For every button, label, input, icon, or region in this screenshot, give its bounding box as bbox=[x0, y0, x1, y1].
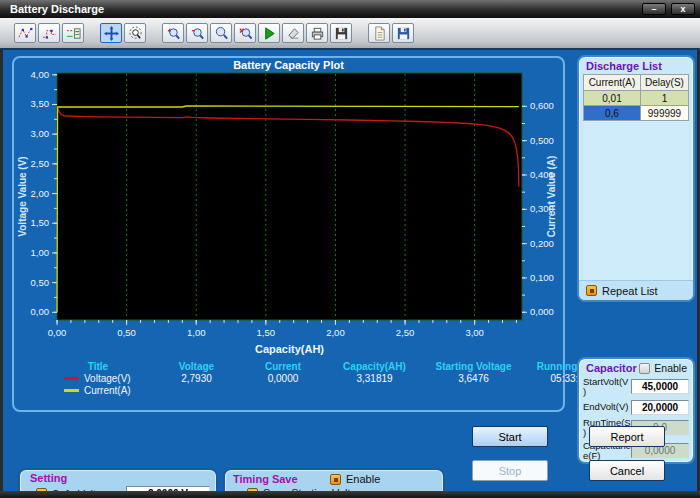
svg-text:2,50: 2,50 bbox=[31, 158, 50, 169]
svg-text:2,00: 2,00 bbox=[31, 188, 50, 199]
zoom-reset-icon[interactable] bbox=[234, 23, 256, 43]
svg-text:3,00: 3,00 bbox=[31, 128, 50, 139]
svg-text:2,00: 2,00 bbox=[326, 327, 345, 338]
voltage-swatch-icon bbox=[64, 377, 79, 380]
svg-text:3,00: 3,00 bbox=[465, 327, 484, 338]
capacitor-enable-checkbox[interactable] bbox=[639, 363, 650, 374]
battery-capacity-plot-panel: Battery Capacity Plot 0,000,501,001,502,… bbox=[12, 56, 565, 412]
minimize-button[interactable]: – bbox=[642, 3, 666, 15]
report-file-icon[interactable] bbox=[368, 23, 390, 43]
repeat-list-checkbox[interactable] bbox=[586, 285, 597, 296]
zoom-in-icon[interactable] bbox=[162, 23, 184, 43]
setting-title: Setting bbox=[26, 471, 210, 484]
endvolt-field[interactable] bbox=[631, 400, 689, 415]
table-row[interactable]: 0,6 999999 bbox=[584, 106, 689, 121]
save-icon[interactable] bbox=[330, 23, 352, 43]
svg-text:1,00: 1,00 bbox=[187, 327, 206, 338]
svg-text:0,600: 0,600 bbox=[530, 100, 554, 111]
close-button[interactable]: x bbox=[671, 3, 695, 15]
run-icon[interactable] bbox=[258, 23, 280, 43]
endvolt-label: EndVolt(V) bbox=[583, 402, 631, 412]
window-title: Battery Discharge bbox=[0, 3, 642, 15]
timing-enable-label: Enable bbox=[346, 473, 380, 485]
erase-icon[interactable] bbox=[282, 23, 304, 43]
start-button[interactable]: Start bbox=[472, 426, 548, 447]
svg-text:1,50: 1,50 bbox=[31, 217, 50, 228]
print-icon[interactable] bbox=[306, 23, 328, 43]
discharge-col-delay: Delay(S) bbox=[640, 75, 688, 91]
toolbar bbox=[0, 18, 700, 50]
chart-title: Battery Capacity Plot bbox=[14, 58, 563, 71]
legend-value-current: 0,0000 bbox=[239, 373, 327, 384]
legend-header-title: Title bbox=[42, 361, 154, 372]
legend-item-voltage: Voltage(V) bbox=[42, 373, 154, 384]
zoom-out-icon[interactable] bbox=[186, 23, 208, 43]
stop-button: Stop bbox=[472, 460, 548, 481]
report-button[interactable]: Report bbox=[589, 426, 665, 447]
discharge-table: Current(A) Delay(S) 0,01 1 0,6 999999 bbox=[583, 74, 689, 121]
legend-header-capacity: Capacity(AH) bbox=[327, 361, 422, 372]
legend-header-current: Current bbox=[239, 361, 327, 372]
startvolt-field[interactable] bbox=[631, 379, 689, 394]
pan-tool-icon[interactable] bbox=[100, 23, 122, 43]
svg-text:0,500: 0,500 bbox=[530, 135, 554, 146]
discharge-list-empty-area[interactable] bbox=[583, 121, 689, 280]
legend-value-capacity: 3,31819 bbox=[327, 373, 422, 384]
svg-text:2,50: 2,50 bbox=[396, 327, 415, 338]
legend-item-current: Current(A) bbox=[42, 385, 154, 396]
legend-value-voltage: 2,7930 bbox=[154, 373, 239, 384]
window-body: Battery Capacity Plot 0,000,501,001,502,… bbox=[3, 50, 697, 491]
chart-legend: Title Voltage Current Capacity(AH) Start… bbox=[42, 361, 557, 396]
svg-text:0,00: 0,00 bbox=[48, 327, 67, 338]
repeat-list-label: Repeat List bbox=[602, 285, 658, 297]
curve-points-icon[interactable] bbox=[14, 23, 36, 43]
legend-header-starting-voltage: Starting Voltage bbox=[422, 361, 525, 372]
curve-step-icon[interactable] bbox=[38, 23, 60, 43]
svg-text:Current Value (A): Current Value (A) bbox=[546, 156, 557, 238]
battery-capacity-chart[interactable]: 0,000,501,001,502,002,503,000,000,501,00… bbox=[14, 71, 567, 359]
startvolt-label: StartVolt(V) bbox=[583, 377, 631, 397]
capacitor-enable-label: Enable bbox=[654, 362, 687, 374]
discharge-list-panel: Discharge List Current(A) Delay(S) 0,01 … bbox=[577, 55, 695, 302]
legend-header-voltage: Voltage bbox=[154, 361, 239, 372]
discharge-list-title: Discharge List bbox=[579, 57, 693, 74]
battery-discharge-window: Battery Discharge – x Battery Capacity P… bbox=[0, 0, 700, 498]
svg-text:0,100: 0,100 bbox=[530, 272, 554, 283]
svg-text:Capacity(AH): Capacity(AH) bbox=[255, 343, 324, 355]
svg-text:Voltage Value (V): Voltage Value (V) bbox=[17, 156, 28, 236]
svg-text:1,50: 1,50 bbox=[257, 327, 276, 338]
legend-value-starting-voltage: 3,6476 bbox=[422, 373, 525, 384]
window-bottom-edge bbox=[0, 491, 700, 498]
timing-save-title: Timing Save bbox=[233, 473, 325, 485]
current-swatch-icon bbox=[64, 389, 79, 392]
title-bar: Battery Discharge – x bbox=[0, 0, 700, 18]
svg-text:3,50: 3,50 bbox=[31, 98, 50, 109]
svg-text:4,00: 4,00 bbox=[31, 71, 50, 80]
timing-enable-checkbox[interactable] bbox=[330, 474, 341, 485]
svg-text:0,200: 0,200 bbox=[530, 238, 554, 249]
save-data-icon[interactable] bbox=[392, 23, 414, 43]
table-row[interactable]: 0,01 1 bbox=[584, 91, 689, 106]
discharge-col-current: Current(A) bbox=[584, 75, 641, 91]
svg-text:0,50: 0,50 bbox=[117, 327, 136, 338]
svg-text:1,00: 1,00 bbox=[31, 247, 50, 258]
capacitor-panel: Capacitor Enable StartVolt(V) EndVolt(V)… bbox=[577, 357, 695, 464]
curve-legend-icon[interactable] bbox=[62, 23, 84, 43]
zoom-region-icon[interactable] bbox=[124, 23, 146, 43]
svg-text:0,50: 0,50 bbox=[31, 277, 50, 288]
cancel-button[interactable]: Cancel bbox=[589, 460, 665, 481]
repeat-list-row: Repeat List bbox=[579, 280, 693, 300]
svg-text:0,00: 0,00 bbox=[31, 306, 50, 317]
svg-text:0,000: 0,000 bbox=[530, 306, 554, 317]
capacitor-title: Capacitor bbox=[586, 362, 637, 374]
zoom-window-icon[interactable] bbox=[210, 23, 232, 43]
